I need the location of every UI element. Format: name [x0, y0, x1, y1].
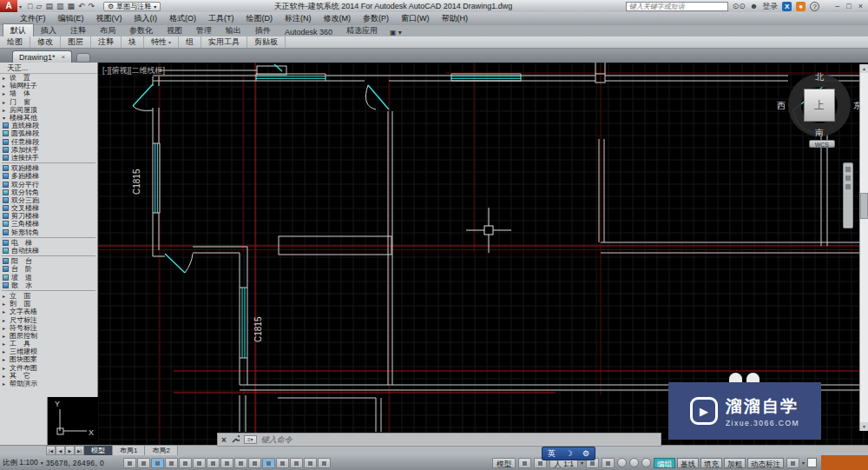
dynamic-input-icon[interactable]	[248, 458, 261, 468]
ribbon-panel-绘图[interactable]: 绘图	[0, 36, 30, 48]
ribbon-tab-精选应用[interactable]: 精选应用	[339, 24, 385, 36]
ribbon-panel-注释[interactable]: 注释	[91, 36, 122, 48]
command-line[interactable]: × ≡▾ 键入命令	[217, 433, 661, 447]
quick-view-layouts-icon[interactable]	[518, 458, 531, 468]
toggle-基线[interactable]: 基线	[677, 458, 699, 468]
ribbon-panel-块[interactable]: 块	[122, 36, 144, 48]
toggle-加粗[interactable]: 加粗	[724, 458, 746, 468]
ribbon-tab-注释[interactable]: 注释	[63, 24, 93, 36]
help-icon[interactable]: ?	[810, 2, 819, 11]
status-menu-caret-icon[interactable]: ▾	[802, 460, 805, 466]
workspace-switcher[interactable]: ⚙ 草图与注释 ▾	[103, 2, 161, 11]
ribbon-panel-组[interactable]: 组	[179, 36, 201, 48]
application-menu-button[interactable]: A	[0, 0, 17, 12]
transparency-icon[interactable]	[276, 458, 289, 468]
menu-工具(T)[interactable]: 工具(T)	[202, 13, 240, 24]
annotation-monitor-icon[interactable]	[318, 458, 331, 468]
tarch-menu-header[interactable]: 天正...	[0, 63, 97, 74]
last-tab-icon[interactable]: ▶|	[75, 446, 84, 455]
maximize-button[interactable]: □	[846, 2, 851, 10]
sign-in-link[interactable]: 登录	[762, 1, 778, 12]
ribbon-tab-视图[interactable]: 视图	[160, 24, 189, 36]
application-menu-caret-icon[interactable]: ▾	[19, 3, 22, 10]
compass-west-label[interactable]: 西	[777, 100, 786, 112]
sidebar-item-自动扶梯[interactable]: 自动扶梯	[0, 247, 97, 255]
menu-帮助(H)[interactable]: 帮助(H)	[436, 13, 475, 24]
minimize-button[interactable]: –	[835, 2, 839, 10]
workspace-switch-icon[interactable]	[617, 458, 627, 467]
clean-screen-button[interactable]	[807, 458, 817, 467]
ribbon-tab-输出[interactable]: 输出	[219, 24, 248, 36]
menu-编辑(E)[interactable]: 编辑(E)	[52, 13, 90, 24]
sidebar-item-帮助演示[interactable]: ▸帮助演示	[0, 380, 97, 387]
toggle-动态标注[interactable]: 动态标注	[747, 458, 784, 468]
vertical-scrollbar[interactable]: ▲ ▼	[859, 64, 868, 431]
ribbon-panel-修改[interactable]: 修改	[30, 36, 61, 48]
drawing-canvas[interactable]: C1815C1815 [-][俯视][二维线框] 上 北 南 西 东 WCS ▲…	[98, 63, 868, 445]
open-icon[interactable]: ▱	[36, 2, 42, 10]
lineweight-icon[interactable]	[262, 458, 275, 468]
navigation-bar[interactable]	[843, 162, 853, 228]
menu-插入(I)[interactable]: 插入(I)	[128, 13, 164, 24]
scroll-down-icon[interactable]: ▼	[860, 422, 868, 431]
tab-布局1[interactable]: 布局1	[113, 446, 145, 455]
command-close-icon[interactable]: ×	[221, 435, 227, 445]
tab-模型[interactable]: 模型	[84, 446, 113, 455]
snap-mode-icon[interactable]	[137, 458, 150, 468]
menu-视图(V)[interactable]: 视图(V)	[90, 13, 128, 24]
ribbon-tab-管理[interactable]: 管理	[189, 24, 219, 36]
tab-布局2[interactable]: 布局2	[145, 446, 177, 455]
new-icon[interactable]: □	[28, 2, 32, 10]
scroll-up-icon[interactable]: ▲	[860, 64, 868, 73]
app-status-icon[interactable]	[786, 458, 799, 468]
exchange-apps-icon[interactable]: X	[782, 2, 792, 11]
ribbon-panel-图层[interactable]: 图层	[61, 36, 91, 48]
ime-settings-icon[interactable]: ⚙	[582, 449, 589, 458]
3d-object-snap-icon[interactable]	[207, 458, 220, 468]
sidebar-item-散水[interactable]: 散 水	[0, 281, 97, 289]
wrench-icon[interactable]	[231, 435, 240, 444]
ribbon-tab-插入[interactable]: 插入	[34, 24, 63, 36]
plot-icon[interactable]: ▦	[67, 2, 75, 10]
ribbon-tab-Autodesk 360[interactable]: Autodesk 360	[278, 27, 339, 36]
undo-icon[interactable]: ↶	[78, 2, 85, 10]
annotation-scale-caret-icon[interactable]: ▾	[581, 460, 583, 466]
viewport-controls[interactable]: [-][俯视][二维线框]	[102, 65, 165, 76]
ribbon-tab-布局[interactable]: 布局	[93, 24, 122, 36]
ime-language-bar[interactable]: 英 ☽ ⚙	[542, 447, 595, 460]
search-input[interactable]	[626, 2, 728, 11]
redo-icon[interactable]: ↷	[88, 2, 95, 10]
prev-tab-icon[interactable]: ◀	[56, 446, 65, 455]
ribbon-panel-实用工具[interactable]: 实用工具	[201, 36, 247, 48]
model-space-button[interactable]: 模型	[492, 458, 516, 468]
view-compass[interactable]: 上 北 南 西 东	[788, 74, 851, 136]
ribbon-extra-icon[interactable]: ▣ ▾	[390, 29, 402, 36]
autodesk360-icon[interactable]: ●	[796, 2, 806, 11]
menu-参数(P)[interactable]: 参数(P)	[357, 13, 395, 24]
command-history-icon[interactable]: ≡▾	[244, 435, 257, 444]
sidebar-item-矩形转角[interactable]: 矩形转角	[0, 228, 97, 236]
menu-标注(N)[interactable]: 标注(N)	[279, 13, 318, 24]
menu-窗口(W)[interactable]: 窗口(W)	[395, 13, 436, 24]
menu-绘图(D)[interactable]: 绘图(D)	[240, 13, 279, 24]
ribbon-tab-插件[interactable]: 插件	[248, 24, 278, 36]
ortho-mode-icon[interactable]	[165, 458, 178, 468]
annotation-autoscale-icon[interactable]	[602, 458, 615, 468]
scrollbar-thumb[interactable]	[860, 193, 868, 219]
lock-ui-icon[interactable]	[629, 458, 639, 467]
ime-halfwidth-icon[interactable]: ☽	[565, 449, 572, 458]
close-button[interactable]: ×	[858, 2, 863, 10]
menu-修改(M)[interactable]: 修改(M)	[318, 13, 358, 24]
sidebar-item-连接扶手[interactable]: 连接扶手	[0, 154, 97, 162]
command-prompt[interactable]: 键入命令	[261, 434, 293, 446]
scale-control[interactable]: 比例 1:100	[3, 458, 38, 468]
toggle-编组[interactable]: 编组	[654, 458, 675, 468]
panel-caret-icon[interactable]: ▾	[168, 39, 171, 45]
compass-north-label[interactable]: 北	[815, 71, 824, 83]
search-icon[interactable]: ⊙⊙	[733, 2, 746, 10]
viewcube-top[interactable]: 上	[804, 89, 835, 122]
dynamic-ucs-icon[interactable]	[234, 458, 247, 468]
save-as-icon[interactable]: ▥	[56, 2, 64, 10]
wcs-dropdown[interactable]: WCS	[809, 140, 835, 148]
quick-properties-icon[interactable]	[290, 458, 303, 468]
